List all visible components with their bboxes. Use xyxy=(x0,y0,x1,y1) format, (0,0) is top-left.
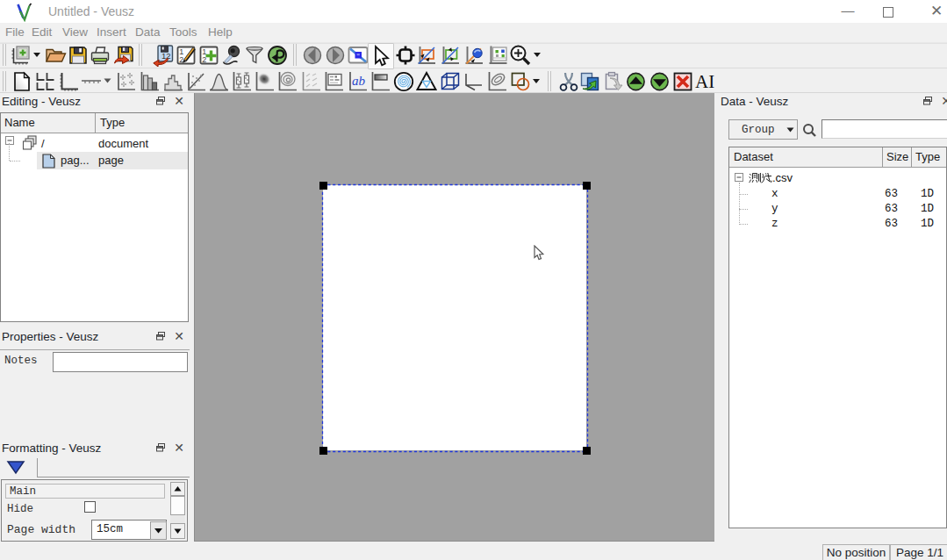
svg-text:1: 1 xyxy=(179,47,183,56)
svg-text:ab: ab xyxy=(352,74,366,88)
